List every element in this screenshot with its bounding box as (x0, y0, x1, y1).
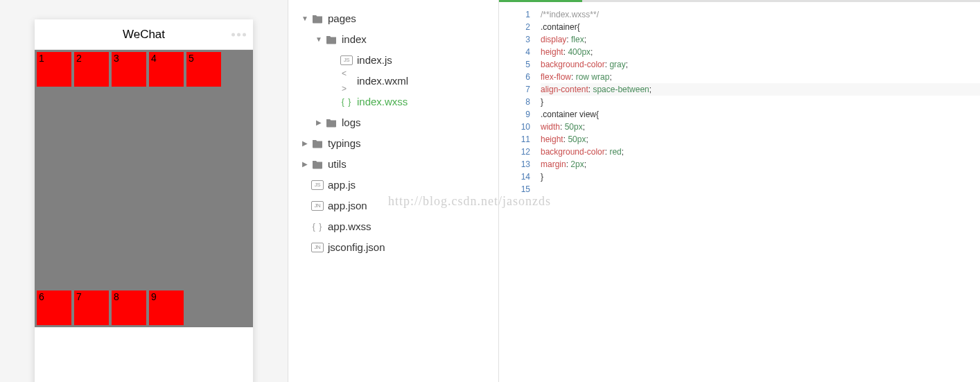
tree-item-label: index.wxss (357, 94, 408, 110)
tree-item-label: app.wxss (328, 219, 371, 234)
phone-title: WeChat (123, 28, 165, 42)
tree-item-label: app.js (328, 177, 356, 193)
js-file-icon: JS (340, 55, 353, 65)
folder-icon (311, 159, 324, 169)
line-number: 10 (499, 121, 530, 133)
flex-container: 123456789 (35, 51, 252, 327)
wxss-file-icon: { } (340, 94, 353, 110)
tree-item-index[interactable]: ▼index (288, 29, 498, 50)
code-line[interactable]: height: 50px; (541, 133, 980, 146)
tree-item-utils[interactable]: ▶utils (288, 154, 498, 175)
phone-header: WeChat (35, 19, 253, 50)
chevron-right-icon[interactable]: ▶ (315, 115, 323, 130)
file-tree-panel: ▼pages▼indexJSindex.js< >index.wxml{ }in… (288, 0, 499, 382)
code-line[interactable]: height: 400px; (541, 46, 980, 58)
phone-blank-area (35, 327, 253, 382)
code-line[interactable]: background-color: gray; (541, 58, 980, 71)
code-line[interactable]: display: flex; (541, 33, 980, 46)
tree-item-label: jsconfig.json (328, 240, 385, 255)
line-number: 4 (499, 46, 530, 58)
tree-item-index-wxss[interactable]: { }index.wxss (288, 92, 498, 112)
code-line[interactable]: align-content: space-between; (541, 83, 980, 96)
line-number: 14 (499, 171, 530, 183)
code-line[interactable]: } (541, 171, 980, 183)
flex-item: 4 (149, 52, 184, 87)
flex-item: 6 (37, 290, 71, 325)
line-number: 8 (499, 96, 530, 108)
line-number: 6 (499, 71, 530, 83)
code-line[interactable]: flex-flow: row wrap; (541, 71, 980, 83)
tree-item-label: index (342, 32, 367, 47)
flex-item: 9 (149, 290, 184, 325)
wxss-file-icon: { } (311, 219, 324, 234)
line-number: 13 (499, 158, 530, 171)
tree-item-jsconfig-json[interactable]: JNjsconfig.json (288, 237, 498, 258)
code-line[interactable]: width: 50px; (541, 121, 980, 133)
tree-item-label: app.json (328, 198, 367, 214)
chevron-right-icon[interactable]: ▶ (301, 157, 309, 172)
tree-item-pages[interactable]: ▼pages (288, 8, 498, 29)
code-line[interactable]: background-color: red; (541, 146, 980, 158)
tree-item-label: index.js (357, 53, 392, 68)
flex-item: 7 (74, 290, 109, 325)
tree-item-label: index.wxml (357, 73, 408, 89)
line-number: 9 (499, 108, 530, 121)
tree-item-app-js[interactable]: JSapp.js (288, 175, 498, 196)
tree-item-app-json[interactable]: JNapp.json (288, 196, 498, 216)
line-number: 7 (499, 83, 530, 96)
tree-item-label: utils (328, 157, 347, 172)
code-line[interactable]: .container view{ (541, 108, 980, 121)
folder-icon (311, 139, 324, 148)
line-number: 2 (499, 21, 530, 33)
line-number: 3 (499, 33, 530, 46)
code-line[interactable] (541, 183, 980, 196)
code-line[interactable]: .container{ (541, 21, 980, 33)
folder-icon (325, 118, 338, 128)
simulator-panel: WeChat 123456789 (0, 0, 288, 382)
line-number: 15 (499, 183, 530, 196)
code-line[interactable]: margin: 2px; (541, 158, 980, 171)
flex-item: 8 (112, 290, 146, 325)
phone-content: 123456789 (35, 50, 253, 327)
flex-item: 2 (74, 52, 109, 87)
tree-item-label: pages (328, 11, 356, 26)
code-body[interactable]: /**index.wxss**/.container{display: flex… (541, 0, 980, 382)
folder-icon (311, 14, 324, 24)
line-number: 5 (499, 58, 530, 71)
tree-item-index-js[interactable]: JSindex.js (288, 50, 498, 71)
code-editor-panel: 123456789101112131415 /**index.wxss**/.c… (499, 0, 980, 382)
tree-item-label: logs (342, 115, 361, 130)
tree-item-app-wxss[interactable]: { }app.wxss (288, 216, 498, 237)
chevron-down-icon[interactable]: ▼ (301, 11, 309, 26)
flex-item: 1 (37, 52, 71, 87)
menu-dots-icon[interactable] (231, 33, 246, 36)
line-number: 1 (499, 8, 530, 21)
code-line[interactable]: /**index.wxss**/ (541, 8, 980, 21)
json-file-icon: JN (311, 201, 324, 211)
code-line[interactable]: } (541, 96, 980, 108)
json-file-icon: JN (311, 243, 324, 252)
tree-item-label: typings (328, 136, 361, 151)
tree-item-typings[interactable]: ▶typings (288, 133, 498, 154)
tree-item-logs[interactable]: ▶logs (288, 112, 498, 133)
phone-frame: WeChat 123456789 (35, 19, 253, 382)
wxml-file-icon: < > (340, 76, 353, 86)
js-file-icon: JS (311, 180, 324, 190)
line-number: 12 (499, 146, 530, 158)
chevron-down-icon[interactable]: ▼ (315, 32, 323, 47)
line-number: 11 (499, 133, 530, 146)
chevron-right-icon[interactable]: ▶ (301, 136, 309, 151)
flex-item: 5 (186, 52, 221, 87)
tree-item-index-wxml[interactable]: < >index.wxml (288, 71, 498, 92)
line-number-gutter: 123456789101112131415 (499, 0, 541, 382)
flex-item: 3 (112, 52, 146, 87)
folder-icon (325, 35, 338, 44)
